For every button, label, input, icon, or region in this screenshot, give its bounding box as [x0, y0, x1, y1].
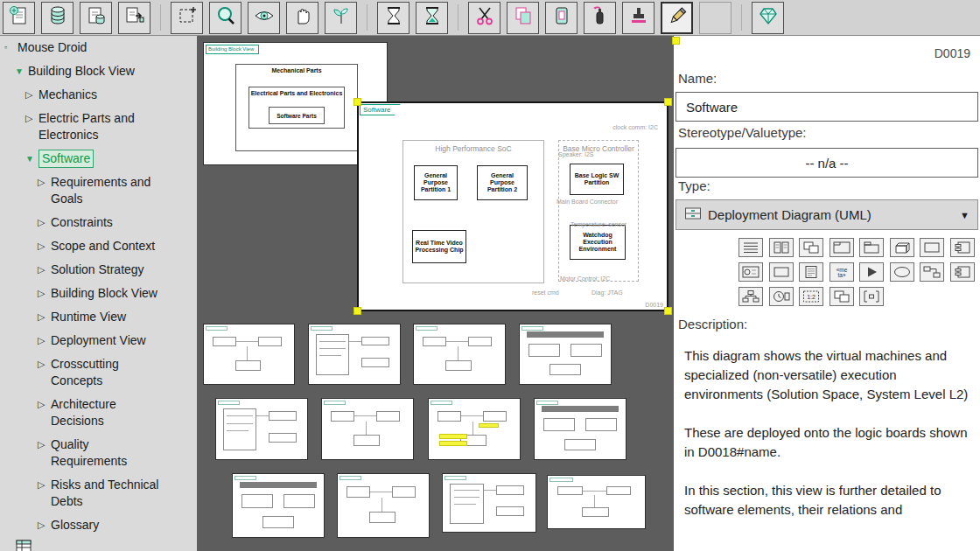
diagram-type-grid12-icon[interactable]: 1:2 — [799, 287, 823, 306]
diagram-type-box-icon[interactable] — [920, 238, 944, 257]
sidebar-item-label[interactable]: Quality Requirements — [51, 436, 164, 470]
expand-arrow-icon[interactable]: ▷ — [38, 396, 51, 413]
diagram-thumbnail[interactable] — [413, 324, 506, 385]
diagram-type-pkg-icon[interactable] — [859, 238, 884, 257]
sidebar-item-label[interactable]: Architecture Decisions — [51, 396, 164, 429]
gp-partition-2[interactable]: General Purpose Partition 2 — [477, 165, 528, 200]
name-input[interactable]: Software — [676, 92, 978, 122]
sidebar-item-quality-requirements[interactable]: ▷Quality Requirements — [0, 433, 197, 473]
resize-handle[interactable] — [354, 98, 361, 106]
sidebar-item-electric-parts-and-electronics[interactable]: ▷Electric Parts and Electronics — [0, 107, 197, 147]
diagram-type-comp-icon[interactable] — [950, 238, 975, 257]
save-page-button[interactable] — [80, 2, 112, 34]
export-page-button[interactable] — [118, 2, 150, 34]
description-text[interactable]: This diagram shows the virtual machines … — [684, 346, 971, 539]
expand-arrow-icon[interactable]: ▷ — [38, 517, 51, 534]
sidebar-item-building-block-view[interactable]: ▷Building Block View — [0, 282, 197, 305]
diagram-type-winpair-icon[interactable] — [830, 287, 854, 306]
diagram-thumbnail[interactable] — [534, 398, 626, 460]
sidebar-item-deployment-view[interactable]: ▷Deployment View — [0, 329, 197, 352]
diagram-type-meta-icon[interactable]: «meta» — [830, 262, 854, 282]
sidebar-item-building-block-view[interactable]: ▼Building Block View — [0, 59, 197, 83]
diagram-type-tree-icon[interactable] — [738, 287, 763, 306]
extinguisher-tool-button[interactable] — [584, 2, 616, 34]
sidebar-item-software[interactable]: ▼Software — [0, 147, 197, 171]
diagram-thumbnail[interactable] — [337, 473, 430, 538]
rt-video-partition[interactable]: Real Time Video Processing Chip — [412, 230, 466, 263]
pages-stack-button[interactable] — [41, 2, 74, 34]
zoom-tool-button[interactable] — [209, 2, 242, 34]
sidebar-item-label[interactable]: Requirements and Goals — [51, 174, 164, 207]
diagram-type-node3d-icon[interactable] — [890, 238, 914, 257]
edit-tool-button[interactable] — [661, 2, 693, 34]
diagram-type-comp-icon[interactable] — [950, 262, 975, 282]
copy-button[interactable] — [507, 2, 539, 34]
diagram-type-doc-icon[interactable] — [799, 262, 823, 282]
paste-button[interactable] — [545, 2, 578, 34]
expand-arrow-icon[interactable]: ▷ — [25, 110, 38, 127]
sidebar-item-label[interactable]: Constraints — [51, 214, 113, 231]
diagram-type-circ-icon[interactable] — [738, 262, 763, 282]
expand-arrow-icon[interactable]: ▷ — [38, 436, 51, 453]
base-logic-partition[interactable]: Base Logic SW Partition — [570, 164, 624, 195]
sidebar-item-label[interactable]: Solution Strategy — [51, 262, 144, 278]
expand-arrow-icon[interactable]: ▷ — [38, 356, 51, 373]
diagram-type-winpair-icon[interactable] — [799, 238, 823, 257]
sidebar-item-solution-strategy[interactable]: ▷Solution Strategy — [0, 258, 197, 282]
diagram-thumbnail[interactable] — [232, 473, 325, 538]
timer-tool-button[interactable] — [416, 2, 448, 34]
gem-tool-button[interactable] — [752, 2, 784, 34]
sidebar-item-label[interactable]: Mechanics — [38, 87, 97, 103]
expand-arrow-icon[interactable]: ▷ — [38, 214, 51, 231]
sidebar-item-crosscutting-concepts[interactable]: ▷Crosscutting Concepts — [0, 352, 197, 393]
sidebar-item-risks-and-technical-debts[interactable]: ▷Risks and Technical Debts — [0, 473, 197, 513]
diagram-thumbnail[interactable] — [203, 324, 295, 385]
sidebar-item-label[interactable]: Glossary — [51, 517, 99, 534]
expand-arrow-icon[interactable]: ▷ — [38, 477, 51, 493]
collapse-arrow-icon[interactable]: ▼ — [15, 63, 28, 80]
sidebar-item-constraints[interactable]: ▷Constraints — [0, 211, 197, 234]
diagram-thumbnail[interactable] — [215, 398, 308, 460]
sidebar-item-mouse-droid[interactable]: ▫Mouse Droid — [0, 36, 197, 59]
watchdog-partition[interactable]: Watchdog Execution Environment — [570, 225, 626, 260]
selected-diagram[interactable]: Software High Performance SoC General Pu… — [357, 101, 668, 311]
diagram-type-conn-icon[interactable] — [920, 262, 944, 282]
pan-tool-button[interactable] — [286, 2, 318, 34]
sidebar-item-label[interactable]: Software — [38, 150, 94, 168]
resize-handle[interactable] — [664, 98, 672, 106]
sidebar-item-label[interactable]: Building Block View — [28, 63, 135, 80]
diagram-type-ell-icon[interactable] — [890, 262, 914, 282]
mcu-node[interactable]: Base Micro Controller Base Logic SW Part… — [558, 140, 639, 282]
diagram-type-cols-icon[interactable] — [769, 238, 794, 257]
grow-tool-button[interactable] — [325, 2, 357, 34]
sidebar-item-label[interactable]: Crosscutting Concepts — [51, 356, 164, 389]
gp-partition-1[interactable]: General Purpose Partition 1 — [414, 165, 458, 200]
sidebar-item-mechanics[interactable]: ▷Mechanics — [0, 83, 197, 107]
sidebar-item-label[interactable]: Building Block View — [51, 285, 158, 302]
history-tool-button[interactable] — [377, 2, 410, 34]
view-tool-button[interactable] — [248, 2, 280, 34]
diagram-type-lines-icon[interactable] — [738, 238, 763, 257]
diagram-thumbnail[interactable] — [308, 324, 401, 385]
select-tool-button[interactable] — [171, 2, 203, 34]
diagram-type-play-icon[interactable] — [859, 262, 884, 282]
canvas[interactable]: Building Block View Mechanical Parts Ele… — [197, 36, 674, 551]
cut-button[interactable] — [468, 2, 500, 34]
diagram-thumbnail[interactable] — [547, 475, 646, 529]
expand-arrow-icon[interactable]: ▷ — [38, 309, 51, 325]
stereotype-input[interactable]: -- n/a -- — [676, 148, 978, 178]
sidebar-item-scope-and-context[interactable]: ▷Scope and Context — [0, 234, 197, 258]
expand-arrow-icon[interactable]: ▷ — [38, 238, 51, 255]
diagram-type-brak-icon[interactable] — [859, 287, 884, 306]
soc-node[interactable]: High Performance SoC General Purpose Par… — [402, 140, 544, 283]
sidebar-item-label[interactable]: Deployment View — [51, 332, 146, 349]
diagram-type-clockb-icon[interactable] — [769, 287, 794, 306]
expand-arrow-icon[interactable]: ▷ — [38, 332, 51, 349]
diagram-thumbnail[interactable] — [428, 398, 521, 460]
expand-arrow-icon[interactable]: ▷ — [38, 174, 51, 191]
collapse-arrow-icon[interactable]: ▼ — [25, 150, 38, 167]
sidebar-item-architecture-decisions[interactable]: ▷Architecture Decisions — [0, 393, 197, 433]
diagram-type-box-icon[interactable] — [769, 262, 794, 282]
expand-arrow-icon[interactable]: ▷ — [38, 262, 51, 278]
expand-arrow-icon[interactable]: ▷ — [38, 285, 51, 302]
